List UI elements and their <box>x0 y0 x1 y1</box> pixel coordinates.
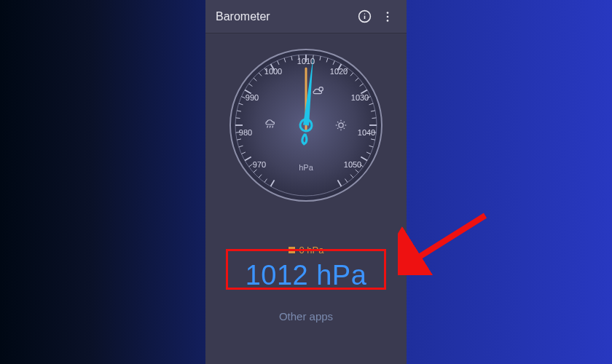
other-apps-link[interactable]: Other apps <box>205 310 407 323</box>
pressure-reading: 1012 hPa <box>205 260 407 291</box>
svg-line-74 <box>344 122 345 122</box>
pressure-change: 0 hPa <box>205 245 407 256</box>
tick-980: 980 <box>239 128 252 137</box>
svg-point-5 <box>387 20 389 22</box>
tick-970: 970 <box>253 160 266 169</box>
tick-1000: 1000 <box>264 67 282 76</box>
gauge-container: 1010 1000 1020 990 1030 980 1040 970 105… <box>205 33 407 211</box>
svg-point-3 <box>387 12 389 14</box>
svg-line-73 <box>337 128 338 129</box>
svg-line-47 <box>372 118 377 119</box>
annotation-arrow-icon <box>398 210 493 275</box>
barometer-gauge: 1010 1000 1020 990 1030 980 1040 970 105… <box>227 47 385 204</box>
rain-icon <box>263 119 279 132</box>
more-menu-icon[interactable] <box>379 8 396 25</box>
svg-line-63 <box>270 126 270 128</box>
tick-1050: 1050 <box>344 160 361 169</box>
change-value: 0 hPa <box>299 245 324 256</box>
app-screen: Barometer <box>205 0 407 364</box>
change-swatch-icon <box>289 247 295 253</box>
partly-cloudy-icon <box>311 85 327 98</box>
svg-line-64 <box>272 126 273 128</box>
tick-990: 990 <box>246 93 259 102</box>
svg-line-71 <box>337 122 338 122</box>
svg-line-62 <box>267 126 268 128</box>
svg-line-19 <box>236 118 240 119</box>
sun-icon <box>334 119 350 132</box>
app-bar: Barometer <box>205 0 407 33</box>
svg-line-72 <box>344 128 345 129</box>
svg-point-4 <box>387 15 389 17</box>
tick-1040: 1040 <box>358 128 375 137</box>
info-icon[interactable] <box>356 8 373 25</box>
tick-1010: 1010 <box>297 57 315 66</box>
tick-1020: 1020 <box>330 67 348 76</box>
tick-1030: 1030 <box>351 93 369 102</box>
svg-point-2 <box>364 13 364 14</box>
gauge-unit: hPa <box>299 163 313 172</box>
svg-point-66 <box>339 123 343 127</box>
app-title: Barometer <box>216 10 350 23</box>
svg-line-75 <box>411 215 485 262</box>
